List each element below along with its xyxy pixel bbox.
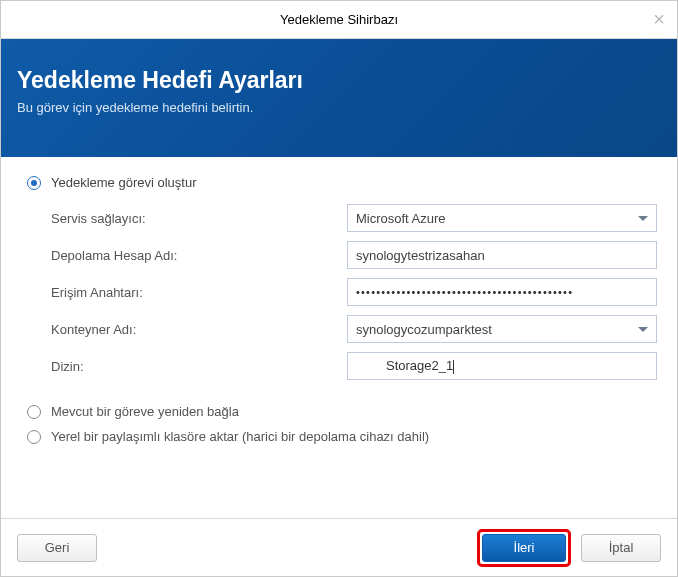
header-banner: Yedekleme Hedefi Ayarları Bu görev için … bbox=[1, 39, 677, 157]
input-directory-value: Storage2_1 bbox=[356, 358, 454, 374]
radio-create-task[interactable]: Yedekleme görevi oluştur bbox=[27, 175, 657, 190]
back-button[interactable]: Geri bbox=[17, 534, 97, 562]
header-subtitle: Bu görev için yedekleme hedefini belirti… bbox=[17, 100, 661, 115]
next-button[interactable]: İleri bbox=[482, 534, 566, 562]
titlebar: Yedekleme Sihirbazı × bbox=[1, 1, 677, 39]
chevron-down-icon bbox=[638, 216, 648, 221]
radio-rebind-task[interactable]: Mevcut bir göreve yeniden bağla bbox=[27, 404, 657, 419]
input-access-key[interactable]: ••••••••••••••••••••••••••••••••••••••••… bbox=[347, 278, 657, 306]
highlight-box: İleri bbox=[477, 529, 571, 567]
radio-icon bbox=[27, 430, 41, 444]
select-container-value: synologycozumparktest bbox=[356, 322, 492, 337]
content-area: Yedekleme görevi oluştur Servis sağlayıc… bbox=[1, 157, 677, 518]
chevron-down-icon bbox=[638, 327, 648, 332]
close-icon[interactable]: × bbox=[653, 9, 665, 29]
create-task-form: Servis sağlayıcı: Microsoft Azure Depola… bbox=[51, 204, 657, 380]
backup-wizard-dialog: Yedekleme Sihirbazı × Yedekleme Hedefi A… bbox=[0, 0, 678, 577]
header-title: Yedekleme Hedefi Ayarları bbox=[17, 67, 661, 94]
footer: Geri İleri İptal bbox=[1, 518, 677, 576]
radio-local-label: Yerel bir paylaşımlı klasöre aktar (hari… bbox=[51, 429, 429, 444]
footer-right: İleri İptal bbox=[477, 529, 661, 567]
input-account[interactable] bbox=[347, 241, 657, 269]
label-access-key: Erişim Anahtarı: bbox=[51, 285, 347, 300]
dialog-title: Yedekleme Sihirbazı bbox=[280, 12, 398, 27]
row-account: Depolama Hesap Adı: bbox=[51, 241, 657, 269]
label-container: Konteyner Adı: bbox=[51, 322, 347, 337]
label-directory: Dizin: bbox=[51, 359, 347, 374]
row-directory: Dizin: Storage2_1 bbox=[51, 352, 657, 380]
row-container: Konteyner Adı: synologycozumparktest bbox=[51, 315, 657, 343]
row-provider: Servis sağlayıcı: Microsoft Azure bbox=[51, 204, 657, 232]
row-access-key: Erişim Anahtarı: •••••••••••••••••••••••… bbox=[51, 278, 657, 306]
radio-icon bbox=[27, 176, 41, 190]
label-provider: Servis sağlayıcı: bbox=[51, 211, 347, 226]
radio-local-folder[interactable]: Yerel bir paylaşımlı klasöre aktar (hari… bbox=[27, 429, 657, 444]
select-container[interactable]: synologycozumparktest bbox=[347, 315, 657, 343]
cancel-button[interactable]: İptal bbox=[581, 534, 661, 562]
input-directory[interactable]: Storage2_1 bbox=[347, 352, 657, 380]
label-account: Depolama Hesap Adı: bbox=[51, 248, 347, 263]
select-provider[interactable]: Microsoft Azure bbox=[347, 204, 657, 232]
radio-icon bbox=[27, 405, 41, 419]
select-provider-value: Microsoft Azure bbox=[356, 211, 446, 226]
radio-create-label: Yedekleme görevi oluştur bbox=[51, 175, 197, 190]
radio-rebind-label: Mevcut bir göreve yeniden bağla bbox=[51, 404, 239, 419]
